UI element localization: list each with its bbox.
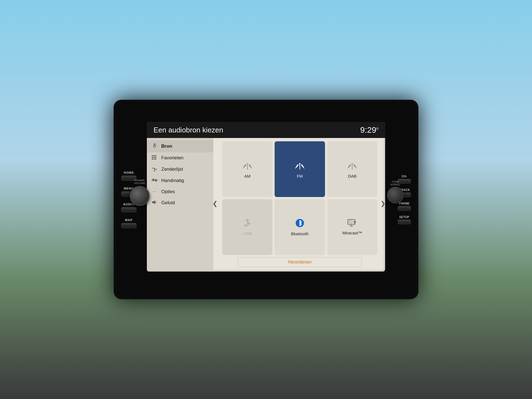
svg-rect-10	[155, 158, 156, 160]
home-label: HOME	[124, 171, 134, 174]
miracast-label: Miracast™	[342, 231, 362, 235]
setup-button-group: SETUP	[398, 216, 411, 224]
source-selection-area: ❮	[213, 138, 385, 272]
usb-label: USB	[243, 231, 252, 236]
clock: 9:29o	[360, 125, 378, 135]
sidebar-opties-label: Opties	[161, 189, 175, 195]
sidebar-item-zenderlijst[interactable]: Zenderlijst	[147, 163, 213, 175]
dab-radio-icon	[347, 160, 357, 172]
reorder-row: Herordenen	[217, 255, 383, 268]
handmatig-icon	[151, 178, 158, 183]
miracast-icon	[347, 219, 357, 229]
source-tile-dab[interactable]: DAB	[327, 141, 377, 197]
svg-rect-26	[245, 225, 246, 226]
ch-label: CH›	[401, 175, 407, 178]
am-label: AM	[244, 174, 250, 178]
am-radio-icon	[242, 160, 252, 172]
favorieten-icon	[151, 155, 158, 161]
source-tile-bluetooth[interactable]: Bluetooth	[275, 199, 325, 255]
bron-icon	[151, 143, 158, 150]
map-button[interactable]	[121, 223, 136, 228]
zenderlijst-icon	[151, 166, 158, 172]
screen-title: Een audiobron kiezen	[154, 126, 223, 134]
sidebar-zenderlijst-label: Zenderlijst	[161, 167, 183, 172]
svg-marker-18	[152, 200, 155, 204]
fm-label: FM	[297, 174, 303, 178]
fm-radio-icon	[295, 160, 305, 172]
svg-rect-6	[154, 157, 155, 158]
sidebar-item-bron[interactable]: Bron	[147, 140, 213, 152]
sidebar-item-handmatig[interactable]: Handmatig	[147, 175, 213, 186]
tune-label: TUNESCROLL	[390, 180, 401, 186]
screen-header: Een audiobron kiezen 9:29o	[147, 122, 385, 138]
nav-arrow-left[interactable]: ❮	[211, 199, 219, 209]
svg-point-20	[247, 163, 248, 164]
car-infotainment-system: HOME MENU AUDIO MAP POWERVOLUME	[72, 47, 460, 352]
setup-button[interactable]	[398, 220, 411, 224]
source-tile-miracast[interactable]: Miracast™	[327, 199, 377, 255]
geluid-icon	[151, 200, 158, 206]
infotainment-screen: Een audiobron kiezen 9:29o	[147, 122, 385, 272]
svg-rect-7	[155, 157, 156, 158]
screen-content: Bron	[147, 138, 385, 272]
source-grid: AM	[217, 141, 383, 255]
map-label: MAP	[125, 218, 132, 222]
svg-rect-3	[154, 155, 155, 156]
svg-rect-4	[155, 155, 156, 156]
sidebar: Bron	[147, 138, 213, 272]
usb-icon	[244, 219, 251, 229]
svg-rect-8	[152, 158, 153, 160]
opties-icon: ···	[151, 189, 158, 194]
setup-label: SETUP	[399, 216, 409, 219]
svg-point-0	[154, 145, 156, 147]
head-unit: HOME MENU AUDIO MAP POWERVOLUME	[114, 100, 418, 299]
volume-label: POWERVOLUME	[134, 179, 145, 185]
svg-rect-5	[152, 157, 153, 158]
sidebar-geluid-label: Geluid	[161, 200, 175, 206]
volume-knob[interactable]	[130, 186, 150, 206]
tune-area: TUNESCROLL	[387, 180, 404, 203]
volume-area: POWERVOLUME	[130, 179, 150, 206]
source-tile-usb[interactable]: USB	[222, 199, 272, 255]
bluetooth-label: Bluetooth	[291, 231, 308, 236]
map-button-group: MAP	[121, 218, 136, 228]
bluetooth-icon	[296, 218, 304, 230]
svg-point-22	[299, 163, 300, 164]
nav-arrow-right[interactable]: ❯	[379, 199, 385, 209]
svg-rect-32	[349, 220, 352, 223]
svg-rect-2	[152, 155, 153, 156]
audio-button[interactable]	[121, 207, 136, 212]
reorder-button[interactable]: Herordenen	[238, 257, 362, 267]
dab-label: DAB	[348, 174, 357, 178]
source-tile-fm[interactable]: FM	[275, 141, 325, 197]
svg-rect-14	[152, 179, 158, 180]
sidebar-item-opties[interactable]: ··· Opties	[147, 186, 213, 197]
svg-point-11	[154, 168, 155, 169]
sidebar-item-favorieten[interactable]: Favorieten	[147, 152, 213, 163]
svg-rect-16	[153, 178, 154, 181]
right-panel: CH› ‹TRACK PHONE SETUP TUNESCROLL	[398, 175, 411, 224]
svg-rect-17	[155, 180, 156, 182]
sidebar-item-geluid[interactable]: Geluid	[147, 197, 213, 208]
sidebar-favorieten-label: Favorieten	[161, 155, 183, 161]
phone-button[interactable]	[398, 206, 411, 211]
tune-knob[interactable]	[387, 187, 404, 203]
svg-rect-9	[154, 158, 155, 160]
svg-point-24	[352, 163, 353, 164]
sidebar-bron-label: Bron	[161, 144, 172, 149]
sidebar-handmatig-label: Handmatig	[161, 178, 184, 183]
left-panel: HOME MENU AUDIO MAP POWERVOLUME	[121, 171, 136, 228]
svg-rect-15	[152, 180, 158, 181]
source-tile-am[interactable]: AM	[222, 141, 272, 197]
